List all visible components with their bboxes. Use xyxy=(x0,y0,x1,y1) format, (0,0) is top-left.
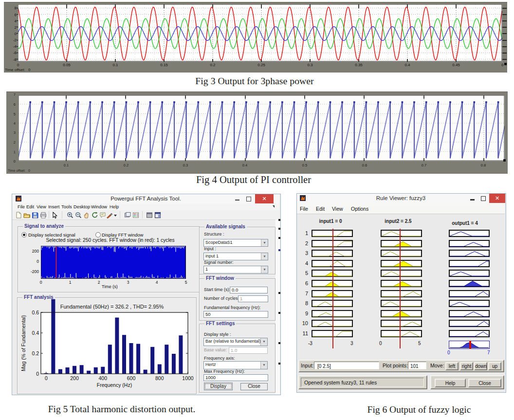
svg-text:Mag (% of Fundamental): Mag (% of Fundamental) xyxy=(20,315,26,371)
svg-text:200: 200 xyxy=(70,375,79,381)
svg-text:600: 600 xyxy=(127,375,136,381)
svg-text:1000: 1000 xyxy=(182,375,194,381)
svg-text:0.4: 0.4 xyxy=(32,330,39,336)
svg-text:0: 0 xyxy=(45,375,48,381)
svg-text:0: 0 xyxy=(36,371,39,377)
svg-text:400: 400 xyxy=(99,375,108,381)
svg-text:Frequency (Hz): Frequency (Hz) xyxy=(97,382,132,388)
svg-text:Fundamental (50Hz) = 326.2 , T: Fundamental (50Hz) = 326.2 , THD= 2.95% xyxy=(60,304,164,310)
svg-text:800: 800 xyxy=(155,375,164,381)
svg-text:0.6: 0.6 xyxy=(32,310,39,315)
svg-text:0.2: 0.2 xyxy=(32,350,39,356)
